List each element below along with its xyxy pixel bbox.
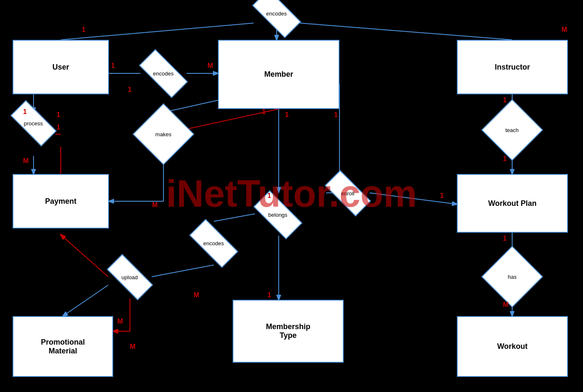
entity-membership-type: Membership Type — [233, 300, 344, 363]
card-teach-workout: 1 — [503, 155, 507, 163]
svg-line-21 — [63, 285, 108, 316]
entity-payment: Payment — [13, 174, 109, 228]
entity-member: Member — [218, 40, 339, 109]
diamond-process-label: process — [24, 120, 43, 127]
entity-member-label: Member — [264, 70, 293, 79]
diamond-makes-label: makes — [155, 131, 171, 137]
entity-workout-plan-label: Workout Plan — [488, 199, 537, 208]
card-upload-m1: M — [117, 318, 123, 325]
diamond-encodes-mid-label: encodes — [153, 70, 174, 77]
svg-line-1 — [300, 23, 512, 40]
entity-user: User — [13, 40, 109, 94]
card-instructor-teach: 1 — [503, 96, 507, 104]
svg-line-0 — [61, 23, 254, 40]
card-has-workout: M — [503, 301, 508, 309]
card-enroll-workout: 1 — [440, 192, 444, 200]
diamond-upload-label: upload — [122, 274, 138, 280]
card-encodes-bot-m: M — [194, 291, 199, 299]
entity-workout-plan: Workout Plan — [457, 174, 568, 233]
card-makes-member: 1 — [262, 108, 266, 116]
diamond-teach-label: teach — [505, 127, 519, 133]
card-upload-m2: M — [130, 343, 135, 350]
card-belongs-membership: 1 — [267, 291, 271, 299]
card-encodes-mid-bot: 1 — [128, 86, 132, 93]
card-makes-bottom: M — [152, 201, 158, 209]
card-user-process-1: 1 — [23, 108, 27, 116]
card-member-enroll-right: 1 — [334, 111, 338, 119]
diamond-encodes-bot-label: encodes — [203, 240, 224, 247]
entity-workout-label: Workout — [497, 342, 528, 351]
entity-promotional-material: Promotional Material — [13, 316, 113, 377]
diamond-encodes-top-label: encodes — [266, 10, 287, 17]
card-instructor-encodes-top: M — [562, 26, 567, 34]
entity-instructor-label: Instructor — [495, 63, 530, 72]
entity-workout: Workout — [457, 316, 568, 377]
svg-line-20 — [61, 235, 108, 277]
svg-line-19 — [152, 265, 214, 277]
entity-user-label: User — [52, 63, 69, 72]
card-member-enroll-left: 1 — [285, 111, 289, 119]
diamond-enroll-label: enroll — [341, 190, 355, 196]
svg-line-18 — [214, 214, 255, 221]
diamond-belongs-label: belongs — [268, 212, 288, 218]
entity-promotional-material-label: Promotional Material — [41, 338, 85, 356]
card-workout-plan-has: 1 — [503, 235, 507, 242]
card-process-payment: M — [23, 157, 29, 165]
card-process-right: 1 — [57, 124, 60, 131]
card-member-belongs: 1 — [267, 192, 271, 200]
card-user-encodes-top: 1 — [82, 26, 86, 34]
diamond-has-label: has — [508, 274, 517, 280]
card-user-encodes-mid-1: 1 — [111, 62, 115, 70]
entity-membership-type-label: Membership Type — [266, 322, 310, 340]
card-process-user: 1 — [57, 111, 60, 119]
card-encodes-mid-member: M — [207, 62, 213, 70]
entity-instructor: Instructor — [457, 40, 568, 94]
entity-payment-label: Payment — [45, 197, 76, 206]
